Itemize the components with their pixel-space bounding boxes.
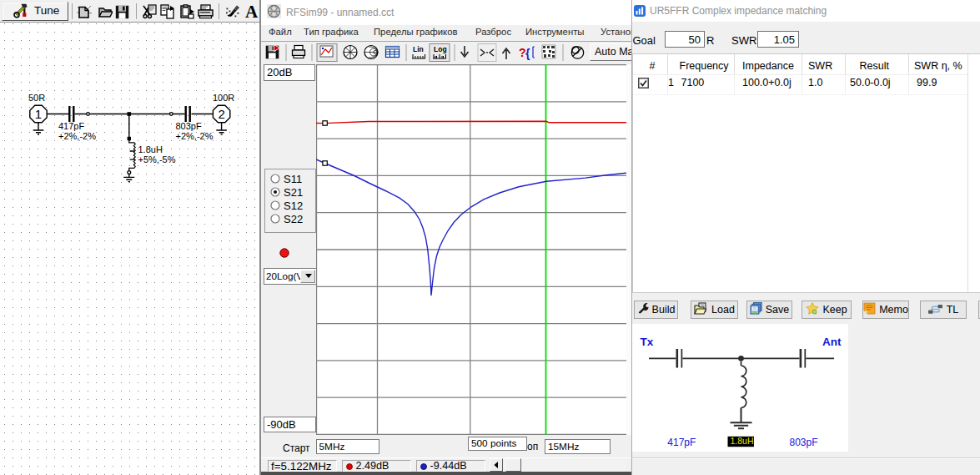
svg-text:417pF: 417pF <box>667 437 696 448</box>
svg-text:100R: 100R <box>213 93 234 103</box>
svg-text:S21: S21 <box>284 186 303 199</box>
svg-text:Tx: Tx <box>641 336 654 348</box>
svg-text:2: 2 <box>218 107 224 121</box>
svg-text:803pF: 803pF <box>790 437 818 448</box>
svg-text:+5%,-5%: +5%,-5% <box>138 154 176 164</box>
svg-text:S12: S12 <box>284 200 303 212</box>
svg-text:S22: S22 <box>284 213 303 225</box>
svg-text:Lin: Lin <box>413 45 424 53</box>
svg-text:Log: Log <box>434 45 447 53</box>
svg-text:50R: 50R <box>28 93 45 103</box>
svg-text:+2%,-2%: +2%,-2% <box>176 131 214 141</box>
svg-text:803pF: 803pF <box>176 121 202 131</box>
svg-text:{: { <box>525 47 530 60</box>
svg-text:1: 1 <box>35 107 42 121</box>
svg-text:+2%,-2%: +2%,-2% <box>58 131 96 141</box>
svg-text:1.8uH: 1.8uH <box>138 144 163 154</box>
svg-text:1.8uH: 1.8uH <box>731 436 754 446</box>
svg-text:417pF: 417pF <box>58 121 84 131</box>
svg-text:Ant: Ant <box>822 336 842 348</box>
svg-text:S11: S11 <box>284 173 302 185</box>
